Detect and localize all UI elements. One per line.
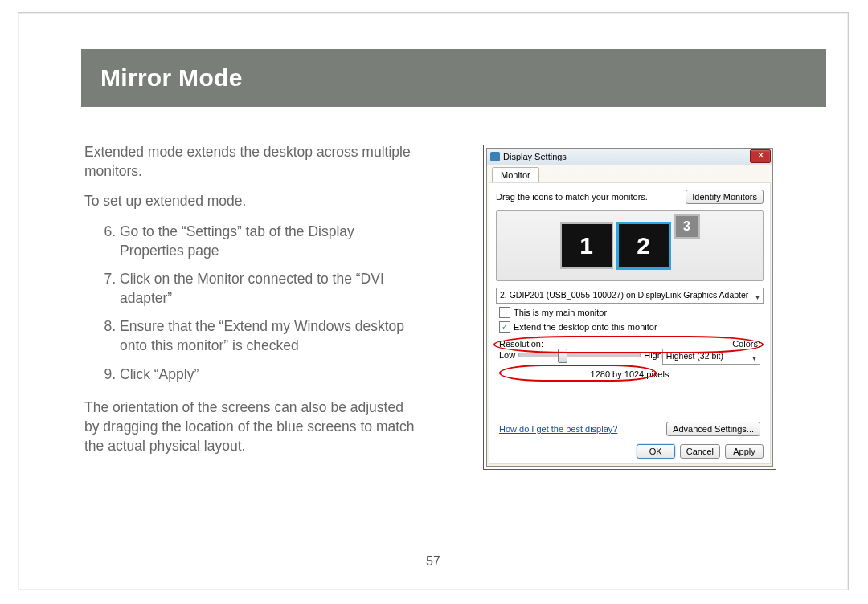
step-7: Click on the Monitor connected to the “D… — [120, 270, 422, 308]
extend-desktop-checkbox[interactable]: ✓ — [499, 321, 510, 333]
ok-button[interactable]: OK — [637, 444, 675, 459]
manual-page: Mirror Mode Extended mode extends the de… — [18, 12, 849, 590]
help-advanced-row: How do I get the best display? Advanced … — [499, 422, 760, 436]
colors-label: Colors: — [732, 339, 760, 349]
resolution-colors-labels: Resolution: Colors: — [499, 339, 760, 349]
resolution-value: 1280 by 1024 pixels — [489, 369, 770, 379]
resolution-label: Resolution: — [499, 339, 543, 349]
display-settings-screenshot: Display Settings ✕ Monitor Drag the icon… — [483, 145, 776, 470]
extend-desktop-label: Extend the desktop onto this monitor — [514, 322, 657, 332]
window-icon — [490, 152, 500, 161]
section-header: Mirror Mode — [81, 49, 826, 107]
check-icon: ✓ — [502, 323, 508, 331]
monitor-layout-area[interactable]: 1 2 3 — [496, 210, 764, 281]
drag-instruction-row: Drag the icons to match your monitors. I… — [489, 183, 770, 207]
step-6: Go to the “Settings” tab of the Display … — [120, 222, 422, 260]
apply-button[interactable]: Apply — [725, 444, 764, 459]
slider-thumb[interactable] — [558, 349, 567, 363]
slider-low-label: Low — [499, 350, 515, 360]
intro-text: Extended mode extends the desktop across… — [84, 143, 422, 181]
main-monitor-row: This is my main monitor — [499, 307, 760, 318]
body-text: Extended mode extends the desktop across… — [84, 143, 422, 467]
monitor-select-row: 2. GDIP201 (USB_0055-100027) on DisplayL… — [496, 288, 764, 304]
resolution-slider[interactable] — [518, 353, 641, 357]
monitor-2[interactable]: 2 — [616, 222, 671, 270]
tab-monitor[interactable]: Monitor — [492, 167, 539, 184]
dialog-button-row: OK Cancel Apply — [637, 444, 764, 459]
step-9: Click “Apply” — [120, 365, 422, 385]
window-title: Display Settings — [503, 152, 567, 161]
monitor-3[interactable]: 3 — [674, 214, 700, 239]
monitor-dropdown[interactable]: 2. GDIP201 (USB_0055-100027) on DisplayL… — [496, 288, 764, 304]
extend-desktop-row: ✓ Extend the desktop onto this monitor — [499, 321, 760, 333]
tab-row: Monitor — [487, 165, 772, 182]
outro-text: The orientation of the screens can also … — [84, 398, 422, 455]
close-icon: ✕ — [757, 150, 764, 160]
page-number: 57 — [18, 554, 848, 569]
advanced-settings-button[interactable]: Advanced Settings... — [666, 422, 760, 436]
main-monitor-label: This is my main monitor — [514, 308, 607, 317]
identify-monitors-button[interactable]: Identify Monitors — [686, 190, 764, 204]
drag-instruction: Drag the icons to match your monitors. — [496, 192, 648, 202]
main-monitor-checkbox[interactable] — [499, 307, 510, 318]
slider-high-label: High — [644, 350, 662, 360]
dialog-body: Drag the icons to match your monitors. I… — [489, 182, 771, 464]
help-link[interactable]: How do I get the best display? — [499, 424, 617, 434]
cancel-button[interactable]: Cancel — [680, 444, 720, 459]
step-8: Ensure that the “Extend my Windows deskt… — [120, 317, 422, 355]
close-button[interactable]: ✕ — [750, 149, 771, 163]
title-bar[interactable]: Display Settings ✕ — [487, 149, 772, 165]
resolution-slider-row: Low High — [499, 350, 662, 360]
setup-line: To set up extended mode. — [84, 192, 422, 211]
dialog-window: Display Settings ✕ Monitor Drag the icon… — [486, 148, 773, 467]
section-title: Mirror Mode — [100, 64, 243, 92]
monitor-1[interactable]: 1 — [560, 222, 613, 269]
steps-list: Go to the “Settings” tab of the Display … — [84, 222, 422, 384]
colors-dropdown[interactable]: Highest (32 bit) — [662, 349, 760, 365]
